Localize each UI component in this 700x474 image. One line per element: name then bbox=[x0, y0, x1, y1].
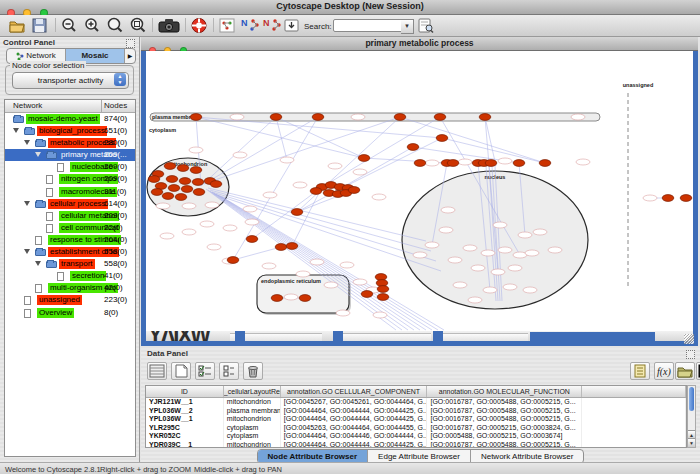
scroll-down-button[interactable]: ▼ bbox=[688, 438, 695, 447]
graph-node[interactable] bbox=[210, 181, 222, 188]
zoom-fit-icon[interactable] bbox=[129, 17, 147, 34]
graph-node[interactable] bbox=[275, 244, 287, 251]
graph-node-label[interactable] bbox=[468, 297, 482, 303]
graph-node[interactable] bbox=[377, 286, 389, 293]
table-header-annotation.GO MOLECULAR_FUNCTION[interactable]: annotation.GO MOLECULAR_FUNCTION bbox=[427, 386, 582, 397]
graph-node[interactable] bbox=[680, 195, 692, 202]
graph-node-label[interactable] bbox=[182, 203, 196, 209]
graph-node-label[interactable] bbox=[441, 207, 455, 213]
table-cell[interactable]: cytoplasm bbox=[224, 424, 281, 433]
table-cell[interactable]: YLR295C bbox=[146, 424, 224, 433]
zoom-in-icon[interactable] bbox=[83, 17, 101, 34]
attribute-editor-icon[interactable] bbox=[147, 362, 167, 380]
graph-node[interactable] bbox=[312, 114, 324, 121]
tree-row-nitrogen-compo[interactable]: nitrogen compo209(0) bbox=[5, 173, 135, 185]
graph-node-label[interactable] bbox=[205, 202, 219, 208]
table-cell[interactable]: [GO:0045267, GO:0045261, GO:0044464, G..… bbox=[281, 398, 428, 407]
zoom-out-icon[interactable] bbox=[60, 17, 78, 34]
function-builder-icon[interactable]: f(x) bbox=[654, 362, 674, 380]
tree-row-overview[interactable]: Overview8(0) bbox=[5, 307, 135, 319]
graph-node-label[interactable] bbox=[508, 265, 522, 271]
graph-node-label[interactable] bbox=[571, 114, 585, 120]
graph-node-label[interactable] bbox=[324, 282, 338, 288]
graph-node[interactable] bbox=[348, 187, 360, 194]
tree-row-label[interactable]: mosaic-demo-yeast bbox=[26, 114, 100, 124]
graph-node[interactable] bbox=[394, 114, 406, 121]
graph-edge[interactable] bbox=[233, 247, 281, 260]
tree-row-transport[interactable]: transport558(0) bbox=[5, 258, 135, 270]
table-cell[interactable]: YDR039C__1 bbox=[146, 441, 224, 448]
float-panel-icon[interactable] bbox=[686, 350, 695, 359]
graph-node-label[interactable] bbox=[328, 163, 342, 169]
open-session-icon[interactable] bbox=[8, 17, 26, 34]
table-cell[interactable]: YJR121W__1 bbox=[146, 398, 224, 407]
create-network-icon[interactable] bbox=[218, 17, 236, 34]
graph-node[interactable] bbox=[177, 165, 189, 172]
graph-node[interactable] bbox=[246, 236, 258, 243]
graph-node[interactable] bbox=[407, 144, 419, 151]
zoom-actual-icon[interactable] bbox=[106, 17, 124, 34]
graph-node-label[interactable] bbox=[483, 287, 497, 293]
graph-node[interactable] bbox=[166, 176, 178, 183]
expand-arrow-icon[interactable] bbox=[24, 201, 30, 206]
graph-node[interactable] bbox=[193, 189, 205, 196]
graph-node-label[interactable] bbox=[448, 257, 462, 263]
table-header-annotation.GO CELLULAR_COMPONENT[interactable]: annotation.GO CELLULAR_COMPONENT bbox=[281, 386, 428, 397]
graph-node-label[interactable] bbox=[481, 250, 495, 256]
tree-row-response-to-stimulu[interactable]: response to stimulu264(0) bbox=[5, 234, 135, 246]
tree-row-metabolic-process[interactable]: metabolic process280(0) bbox=[5, 137, 135, 149]
graph-node-label[interactable] bbox=[425, 242, 439, 248]
tree-row-nucleobase-[interactable]: nucleobase-209(0) bbox=[5, 161, 135, 173]
graph-node-label[interactable] bbox=[230, 114, 244, 120]
graph-node-label[interactable] bbox=[351, 114, 365, 120]
table-header-spacer[interactable] bbox=[582, 386, 686, 397]
table-cell[interactable]: [GO:0044464, GO:0044444, GO:0044425, G..… bbox=[281, 415, 428, 424]
copy-node-attributes-icon[interactable]: N bbox=[240, 17, 260, 34]
tree-row-cellular-process[interactable]: cellular process614(0) bbox=[5, 198, 135, 210]
graph-edge[interactable] bbox=[292, 187, 322, 246]
tree-row-label[interactable]: transport bbox=[59, 259, 95, 269]
graph-node[interactable] bbox=[270, 114, 282, 121]
table-cell[interactable]: [GO:0045263, GO:0044464, GO:0044455, G..… bbox=[281, 424, 428, 433]
tree-row-multi-organism-pro[interactable]: multi-organism pro42(0) bbox=[5, 282, 135, 294]
tree-row-secretion[interactable]: secretion41(0) bbox=[5, 270, 135, 282]
table-cell[interactable] bbox=[582, 424, 686, 433]
tree-row-label[interactable]: secretion bbox=[70, 271, 106, 281]
graph-node[interactable] bbox=[361, 291, 373, 298]
search-input[interactable] bbox=[333, 19, 403, 32]
graph-node-label[interactable] bbox=[156, 203, 170, 209]
graph-node[interactable] bbox=[485, 160, 497, 167]
table-cell[interactable]: [GO:0044464, GO:0044444, GO:0044425, G..… bbox=[281, 441, 428, 448]
graph-node-label[interactable] bbox=[471, 265, 485, 271]
graph-node-label[interactable] bbox=[189, 147, 203, 153]
graph-node-label[interactable] bbox=[453, 282, 467, 288]
graph-node[interactable] bbox=[181, 186, 193, 193]
graph-node-label[interactable] bbox=[245, 219, 259, 225]
select-attributes-icon[interactable] bbox=[195, 362, 215, 380]
graph-node[interactable] bbox=[310, 188, 322, 195]
graph-node-label[interactable] bbox=[458, 159, 472, 165]
graph-node-label[interactable] bbox=[160, 233, 174, 239]
expand-arrow-icon[interactable] bbox=[24, 249, 30, 254]
tree-row-mosaic-demo-yeast[interactable]: mosaic-demo-yeast874(0) bbox=[5, 113, 135, 125]
graph-node-label[interactable] bbox=[643, 195, 657, 201]
graph-node-label[interactable] bbox=[263, 192, 277, 198]
graph-node[interactable] bbox=[162, 193, 174, 200]
scrollbar-thumb[interactable] bbox=[689, 387, 694, 411]
graph-node[interactable] bbox=[271, 295, 283, 302]
table-cell[interactable]: mitochondrion bbox=[224, 415, 281, 424]
graph-node-label[interactable] bbox=[284, 294, 298, 300]
graph-edge[interactable] bbox=[276, 117, 364, 158]
graph-node-label[interactable] bbox=[293, 182, 307, 188]
graph-node-label[interactable] bbox=[182, 229, 196, 235]
graph-node-label[interactable] bbox=[576, 159, 590, 165]
graph-edge[interactable] bbox=[212, 192, 436, 261]
table-row-YDR039C__1[interactable]: YDR039C__1mitochondrion[GO:0044464, GO:0… bbox=[146, 441, 686, 448]
expand-arrow-icon[interactable] bbox=[24, 140, 30, 145]
graph-node[interactable] bbox=[291, 209, 303, 216]
table-cell[interactable] bbox=[582, 441, 686, 448]
tree-row-label[interactable]: Overview bbox=[37, 308, 74, 318]
graph-node[interactable] bbox=[148, 176, 160, 183]
graph-node-label[interactable] bbox=[280, 157, 294, 163]
tree-col-network[interactable]: Network bbox=[13, 101, 42, 110]
